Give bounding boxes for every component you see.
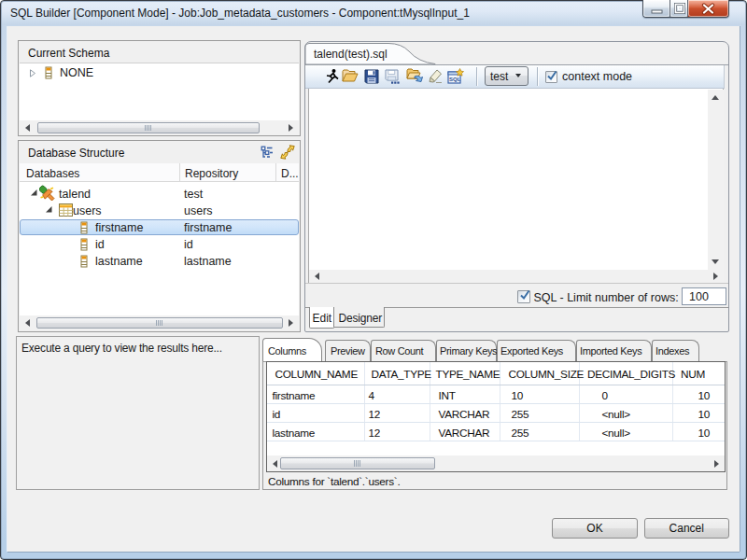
- svg-text:SQL: SQL: [449, 77, 461, 82]
